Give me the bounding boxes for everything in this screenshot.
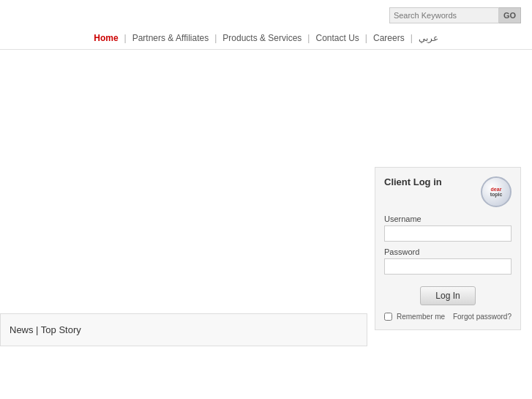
brand-logo-text-bottom: topic: [490, 192, 503, 197]
username-input[interactable]: [384, 225, 512, 242]
main-content: Client Log in dear topic Username Passwo…: [0, 50, 532, 346]
search-container: GO: [389, 7, 521, 23]
nav-item-partners[interactable]: Partners & Affiliates: [127, 33, 215, 43]
remember-checkbox[interactable]: [384, 313, 392, 321]
username-label: Username: [384, 215, 512, 223]
nav-bar: Home | Partners & Affiliates | Products …: [0, 27, 532, 50]
news-bar-title: News | Top Story: [10, 324, 81, 335]
login-panel-header: Client Log in dear topic: [384, 176, 512, 207]
news-bar: News | Top Story: [0, 313, 367, 346]
search-button[interactable]: GO: [499, 7, 521, 23]
brand-logo-text-top: dear: [491, 187, 502, 192]
login-title: Client Log in: [384, 176, 442, 187]
search-input[interactable]: [389, 7, 499, 23]
nav-item-contact[interactable]: Contact Us: [310, 33, 364, 43]
remember-label: Remember me: [397, 313, 445, 321]
forgot-password-link[interactable]: Forgot password?: [453, 313, 512, 321]
password-input[interactable]: [384, 258, 512, 275]
nav-item-home[interactable]: Home: [88, 33, 124, 43]
login-button[interactable]: Log In: [420, 286, 475, 305]
password-label: Password: [384, 247, 512, 256]
login-footer: Remember me Forgot password?: [384, 313, 512, 321]
header: GO: [0, 0, 532, 27]
nav-item-careers[interactable]: Careers: [367, 33, 411, 43]
login-panel: Client Log in dear topic Username Passwo…: [375, 167, 521, 330]
nav-item-arabic[interactable]: عربي: [413, 33, 444, 43]
brand-logo: dear topic: [481, 176, 512, 207]
nav-item-products[interactable]: Products & Services: [217, 33, 307, 43]
brand-logo-circle: dear topic: [481, 176, 512, 207]
